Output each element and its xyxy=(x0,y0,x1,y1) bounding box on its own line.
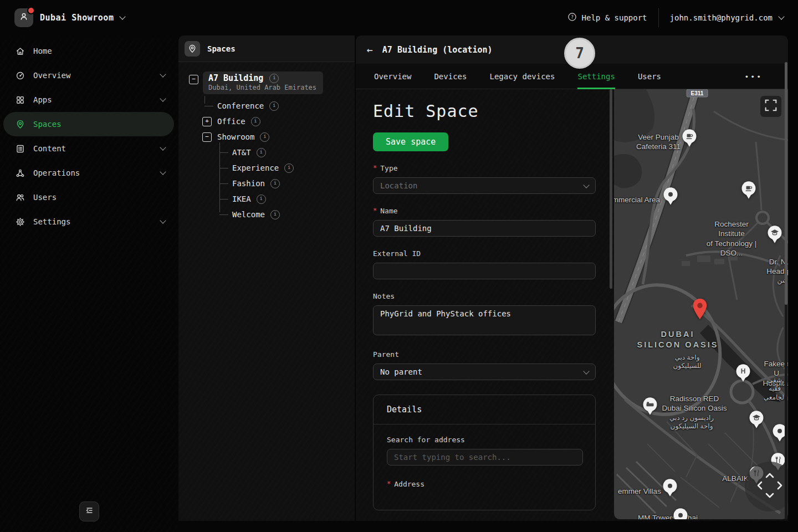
save-space-button[interactable]: Save space xyxy=(373,132,448,151)
poi-marker-dot[interactable] xyxy=(672,507,689,519)
svg-text:?: ? xyxy=(570,14,573,20)
info-icon[interactable]: i xyxy=(270,210,280,219)
tree-item-conference[interactable]: Conferencei xyxy=(178,98,355,114)
parent-field: Parent No parent xyxy=(373,350,611,380)
poi-marker-grad[interactable] xyxy=(766,224,783,247)
tab-overview[interactable]: Overview xyxy=(374,64,411,89)
chevron-down-icon xyxy=(583,368,589,374)
tree-item-selected[interactable]: A7 BuildingiDubai, United Arab Emirates xyxy=(203,71,323,94)
poi-marker-grad[interactable] xyxy=(748,410,765,432)
poi-marker-coffee[interactable] xyxy=(740,180,757,202)
parent-select[interactable]: No parent xyxy=(373,364,596,380)
sidebar-item-overview[interactable]: Overview xyxy=(0,63,177,88)
sidebar-item-users[interactable]: Users xyxy=(0,185,177,209)
back-button[interactable]: ← xyxy=(367,45,373,55)
space-detail-panel: ← A7 Building (location) 7 OverviewDevic… xyxy=(356,35,788,521)
poi-marker-dot[interactable] xyxy=(662,186,679,208)
form-scrollbar[interactable] xyxy=(610,89,612,521)
selected-location-pin xyxy=(693,298,708,322)
tree-item-welcome[interactable]: Welcomei xyxy=(178,207,355,222)
collapse-sidebar-button[interactable] xyxy=(79,502,99,521)
app-window: Dubai Showroom ? Help & support john.smi… xyxy=(0,0,798,532)
sidebar-item-label: Apps xyxy=(33,95,52,104)
info-icon[interactable]: i xyxy=(251,117,260,126)
org-avatar[interactable] xyxy=(14,8,33,27)
user-menu[interactable]: john.smith@phygrid.com xyxy=(670,13,784,22)
tree-item-showroom[interactable]: −Showroomi xyxy=(178,129,355,145)
help-support-button[interactable]: ? Help & support xyxy=(567,12,647,23)
panel-scrollbar[interactable] xyxy=(785,62,787,519)
name-field: *Name xyxy=(373,207,611,237)
name-input[interactable] xyxy=(373,220,596,237)
sidebar-item-label: Users xyxy=(33,193,57,202)
collapse-toggle[interactable]: − xyxy=(189,75,198,84)
type-select[interactable]: Location xyxy=(373,177,596,194)
parent-label: Parent xyxy=(373,350,611,359)
info-icon[interactable]: i xyxy=(257,195,266,204)
tree-item-label: Showroom xyxy=(217,132,254,141)
info-icon[interactable]: i xyxy=(284,163,294,173)
sidebar-item-label: Content xyxy=(33,144,66,153)
tree-item-at-t[interactable]: AT&Ti xyxy=(178,145,355,160)
info-icon[interactable]: i xyxy=(257,148,266,157)
tree-item-label: Fashion xyxy=(232,179,265,188)
sidebar-item-spaces[interactable]: Spaces xyxy=(3,112,174,136)
required-marker: * xyxy=(373,207,377,214)
chevron-down-icon xyxy=(160,144,166,150)
sidebar-item-label: Home xyxy=(33,47,52,55)
users-icon xyxy=(16,193,25,202)
tree-item-office[interactable]: +Officei xyxy=(178,114,355,129)
info-icon[interactable]: i xyxy=(260,132,269,142)
name-label: *Name xyxy=(373,207,611,215)
org-switcher[interactable]: Dubai Showroom xyxy=(14,8,125,27)
person-icon xyxy=(19,12,29,24)
topbar: Dubai Showroom ? Help & support john.smi… xyxy=(0,0,798,35)
map-pan-control[interactable] xyxy=(745,462,788,511)
chevron-down-icon xyxy=(160,71,166,77)
tree-item-sublabel: Dubai, United Arab Emirates xyxy=(208,84,316,91)
expand-toggle[interactable]: + xyxy=(202,117,212,126)
sidebar-item-operations[interactable]: Operations xyxy=(0,161,177,185)
poi-marker-dot[interactable] xyxy=(662,478,678,500)
detail-tabs: OverviewDevicesLegacy devicesSettingsUse… xyxy=(356,64,788,89)
notes-textarea[interactable]: PhyGrid and PhyStack offices xyxy=(373,305,596,335)
poi-marker-hospital[interactable]: H xyxy=(735,363,751,385)
info-icon[interactable]: i xyxy=(270,179,280,188)
map-fullscreen-button[interactable] xyxy=(760,96,781,117)
poi-marker-coffee[interactable] xyxy=(681,128,698,150)
collapse-toggle[interactable]: − xyxy=(202,132,212,142)
tree-item-fashion[interactable]: Fashioni xyxy=(178,176,355,191)
poi-marker-hotel[interactable] xyxy=(642,396,658,418)
tree-item-label: IKEA xyxy=(232,195,251,203)
info-icon[interactable]: i xyxy=(269,74,279,83)
tree-item-experience[interactable]: Experiencei xyxy=(178,160,355,176)
location-map[interactable]: E311 Veer Punjab Cafeteria 311mmercial A… xyxy=(614,89,788,519)
edit-space-form: Edit Space Save space *Type Location *Na… xyxy=(356,89,611,521)
tab-users[interactable]: Users xyxy=(638,64,661,89)
page-title: Edit Space xyxy=(373,101,611,121)
sidebar-item-settings[interactable]: Settings xyxy=(0,209,177,234)
external-id-input[interactable] xyxy=(373,263,596,279)
settings-icon xyxy=(16,217,25,227)
sidebar-item-content[interactable]: Content xyxy=(0,136,177,161)
collapse-sidebar-icon xyxy=(84,505,94,518)
detail-title: A7 Building (location) xyxy=(382,45,493,55)
type-select-value: Location xyxy=(380,181,417,190)
tab-devices[interactable]: Devices xyxy=(434,64,467,89)
tree-item-label: Welcome xyxy=(232,210,265,219)
tree-item-ikea[interactable]: IKEAi xyxy=(178,191,355,207)
chevron-down-icon xyxy=(160,168,166,175)
type-field: *Type Location xyxy=(373,164,611,194)
address-label: *Address xyxy=(387,480,582,488)
info-icon[interactable]: i xyxy=(269,101,279,111)
external-id-label: External ID xyxy=(373,249,611,258)
tree-item-label: Conference xyxy=(217,101,264,110)
sidebar-item-home[interactable]: Home xyxy=(0,39,177,63)
spaces-panel: Spaces −A7 BuildingiDubai, United Arab E… xyxy=(178,35,355,521)
sidebar-item-apps[interactable]: Apps xyxy=(0,88,177,112)
more-options-button[interactable]: ••• xyxy=(745,72,763,80)
address-search-input[interactable] xyxy=(387,449,583,466)
tab-legacy-devices[interactable]: Legacy devices xyxy=(489,64,555,89)
details-card-title: Details xyxy=(374,395,595,424)
chevron-down-icon xyxy=(160,217,166,223)
